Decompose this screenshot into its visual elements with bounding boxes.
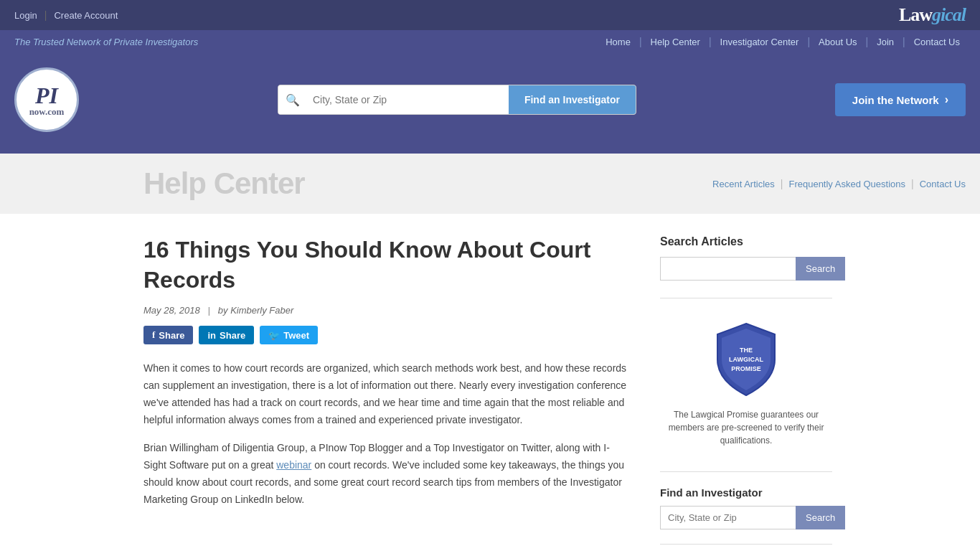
faq-link[interactable]: Frequently Asked Questions — [788, 179, 905, 189]
linkedin-share-button[interactable]: in Share — [199, 326, 254, 344]
help-header: Help Center Recent Articles | Frequently… — [0, 154, 980, 214]
create-account-link[interactable]: Create Account — [54, 10, 118, 21]
nav-join[interactable]: Join — [871, 37, 900, 47]
divider: | — [44, 9, 47, 21]
find-investigator-search-button[interactable]: Search — [796, 506, 845, 529]
nav-about-us[interactable]: About Us — [813, 37, 862, 47]
hero-search-wrap: 🔍 Find an Investigator — [278, 85, 636, 115]
join-arrow-icon: › — [945, 93, 948, 106]
nav-links: Home | Help Center | Investigator Center… — [600, 36, 966, 47]
li-icon: in — [207, 330, 216, 341]
find-investigator-input[interactable] — [660, 506, 796, 529]
nav-help-center[interactable]: Help Center — [645, 37, 706, 47]
fb-icon: f — [152, 329, 155, 341]
share-buttons: f Share in Share 🐦 Tweet — [143, 326, 631, 344]
login-link[interactable]: Login — [14, 10, 37, 21]
sidebar-search-button[interactable]: Search — [796, 257, 845, 281]
twitter-share-button[interactable]: 🐦 Tweet — [260, 326, 318, 344]
nav-home[interactable]: Home — [600, 37, 636, 47]
article-author: by Kimberly Faber — [218, 305, 293, 316]
top-bar: Login | Create Account Lawgical — [0, 0, 980, 30]
facebook-share-button[interactable]: f Share — [143, 326, 193, 344]
top-bar-right: Lawgical — [899, 4, 966, 26]
search-articles-title: Search Articles — [660, 235, 832, 248]
logo-gical: gical — [932, 4, 966, 25]
main-content: 16 Things You Should Know About Court Re… — [0, 214, 980, 551]
svg-text:PROMISE: PROMISE — [731, 365, 761, 372]
lawgical-promise-section: THE LAWGICAL PROMISE The Lawgical Promis… — [660, 313, 832, 454]
article-paragraph-2: Brian Willingham of Diligentia Group, a … — [143, 440, 631, 508]
help-nav: Recent Articles | Frequently Asked Quest… — [712, 178, 966, 189]
svg-text:THE: THE — [740, 347, 753, 354]
sidebar-divider-3 — [660, 544, 832, 545]
contact-us-help-link[interactable]: Contact Us — [920, 179, 966, 189]
article-meta: May 28, 2018 | by Kimberly Faber — [143, 305, 631, 316]
tagline: The Trusted Network of Private Investiga… — [14, 37, 198, 47]
nav-bar: The Trusted Network of Private Investiga… — [0, 30, 980, 53]
top-bar-left: Login | Create Account — [14, 9, 118, 21]
sidebar-search: Search — [660, 257, 832, 281]
nav-investigator-center[interactable]: Investigator Center — [715, 37, 805, 47]
sidebar-divider-2 — [660, 471, 832, 472]
article-body: When it comes to how court records are o… — [143, 360, 631, 508]
find-investigator-search: Search — [660, 506, 832, 529]
svg-text:LAWGICAL: LAWGICAL — [729, 356, 763, 363]
lawgical-shield-icon: THE LAWGICAL PROMISE — [710, 320, 782, 399]
recent-articles-link[interactable]: Recent Articles — [712, 179, 775, 189]
article-area: 16 Things You Should Know About Court Re… — [143, 235, 631, 551]
join-network-button[interactable]: Join the Network › — [835, 83, 966, 116]
article-title: 16 Things You Should Know About Court Re… — [143, 235, 631, 295]
logo-pi-text: PI — [29, 84, 65, 107]
find-investigator-section: Find an Investigator Search — [660, 486, 832, 529]
find-investigator-button[interactable]: Find an Investigator — [509, 85, 636, 114]
nav-contact-us[interactable]: Contact Us — [908, 37, 966, 47]
search-articles-section: Search Articles Search — [660, 235, 832, 281]
hero-search-icon: 🔍 — [278, 85, 307, 114]
article-date: May 28, 2018 — [143, 305, 200, 316]
sidebar-search-input[interactable] — [660, 257, 796, 281]
hero-search-input[interactable] — [307, 85, 509, 114]
pinow-logo: PI now.com — [14, 67, 79, 132]
promise-description: The Lawgical Promise guarantees our memb… — [660, 408, 832, 447]
sidebar: Search Articles Search THE LAWGICAL PROM… — [660, 235, 832, 551]
logo-now-text: now.com — [29, 107, 65, 116]
article-paragraph-1: When it comes to how court records are o… — [143, 360, 631, 428]
webinar-link[interactable]: webinar — [276, 459, 311, 471]
hero: PI now.com 🔍 Find an Investigator Join t… — [0, 53, 980, 154]
tw-icon: 🐦 — [268, 330, 280, 341]
lawgical-logo: Lawgical — [899, 4, 966, 25]
help-center-title: Help Center — [143, 166, 305, 201]
hero-logo: PI now.com — [14, 67, 79, 132]
sidebar-divider-1 — [660, 298, 832, 298]
find-investigator-title: Find an Investigator — [660, 486, 832, 499]
hero-search-area: 🔍 Find an Investigator — [278, 85, 636, 115]
